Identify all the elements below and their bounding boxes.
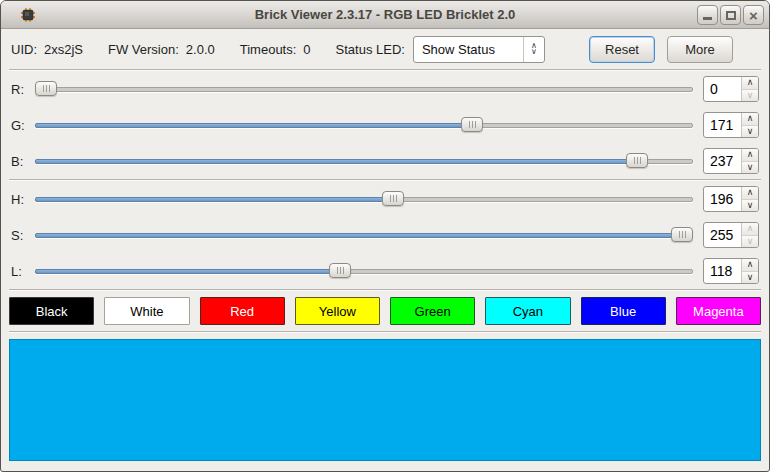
reset-button[interactable]: Reset [589, 36, 655, 63]
spin-down-icon[interactable]: ∨ [742, 272, 758, 284]
hsl-slider-group: H: 196 ∧ ∨ S: 255 [1, 181, 769, 289]
status-led-label: Status LED: [336, 42, 405, 57]
h-slider[interactable] [35, 190, 693, 208]
slider-fill [35, 123, 473, 128]
spin-up-icon[interactable]: ∧ [742, 149, 758, 162]
s-slider[interactable] [35, 226, 693, 244]
slider-grip-icon [337, 267, 344, 274]
slider-row: R: 0 ∧ ∨ [1, 71, 769, 107]
black-color-button[interactable]: Black [9, 297, 94, 325]
spin-up-icon[interactable]: ∧ [742, 113, 758, 126]
cyan-color-button[interactable]: Cyan [485, 297, 570, 325]
maximize-button[interactable] [720, 5, 741, 25]
spinbox-value: 196 [704, 187, 741, 211]
brick-chip-icon [19, 7, 37, 23]
spin-up-icon[interactable]: ∧ [742, 77, 758, 90]
white-color-button[interactable]: White [104, 297, 189, 325]
minimize-icon [703, 17, 712, 20]
slider-fill [35, 197, 394, 202]
l-spinbox[interactable]: 118 ∧ ∨ [703, 258, 759, 284]
slider-handle[interactable] [35, 81, 57, 96]
window-title: Brick Viewer 2.3.17 - RGB LED Bricklet 2… [1, 7, 769, 22]
minimize-button[interactable] [697, 5, 718, 25]
combobox-arrows-icon: ∧∨ [523, 37, 544, 62]
app-window: Brick Viewer 2.3.17 - RGB LED Bricklet 2… [0, 0, 770, 472]
spin-down-icon[interactable]: ∨ [742, 200, 758, 212]
s-spinbox[interactable]: 255 ∧ ∨ [703, 222, 759, 248]
spinbox-value: 255 [704, 223, 741, 247]
r-slider[interactable] [35, 80, 693, 98]
spinbox-value: 0 [704, 77, 741, 101]
slider-track[interactable] [35, 87, 693, 92]
spin-down-icon[interactable]: ∨ [742, 162, 758, 174]
spinbox-value: 171 [704, 113, 741, 137]
spin-up-icon[interactable]: ∧ [742, 187, 758, 200]
slider-handle[interactable] [671, 227, 693, 242]
spinbox-buttons: ∧ ∨ [741, 149, 758, 173]
spin-down-icon[interactable]: ∨ [742, 236, 758, 248]
preset-color-buttons: Black White Red Yellow Green Cyan Blue M… [1, 291, 769, 331]
spin-up-icon[interactable]: ∧ [742, 223, 758, 236]
spinbox-buttons: ∧ ∨ [741, 187, 758, 211]
spin-up-icon[interactable]: ∧ [742, 259, 758, 272]
slider-fill [35, 159, 638, 164]
color-preview [9, 339, 761, 461]
window-controls: × [697, 5, 764, 25]
more-button[interactable]: More [667, 36, 733, 63]
slider-track[interactable] [35, 233, 693, 238]
slider-grip-icon [469, 121, 476, 128]
b-slider[interactable] [35, 152, 693, 170]
separator [9, 331, 761, 333]
h-spinbox[interactable]: 196 ∧ ∨ [703, 186, 759, 212]
fw-version-label: FW Version: [108, 42, 179, 57]
g-slider[interactable] [35, 116, 693, 134]
uid-value: 2xs2jS [44, 42, 83, 57]
fw-version-value: 2.0.0 [186, 42, 215, 57]
slider-track[interactable] [35, 159, 693, 164]
yellow-color-button[interactable]: Yellow [295, 297, 380, 325]
spinbox-value: 118 [704, 259, 741, 283]
status-led-selected-value: Show Status [422, 42, 495, 57]
green-color-button[interactable]: Green [390, 297, 475, 325]
slider-fill [35, 269, 341, 274]
r-spinbox[interactable]: 0 ∧ ∨ [703, 76, 759, 102]
slider-label: R: [11, 82, 35, 97]
spin-down-icon[interactable]: ∨ [742, 90, 758, 102]
status-led-select[interactable]: Show Status ∧∨ [413, 36, 545, 63]
slider-track[interactable] [35, 123, 693, 128]
red-color-button[interactable]: Red [200, 297, 285, 325]
spinbox-buttons: ∧ ∨ [741, 223, 758, 247]
spinbox-value: 237 [704, 149, 741, 173]
close-button[interactable]: × [743, 5, 764, 25]
titlebar: Brick Viewer 2.3.17 - RGB LED Bricklet 2… [1, 1, 769, 29]
magenta-color-button[interactable]: Magenta [676, 297, 761, 325]
spin-down-icon[interactable]: ∨ [742, 126, 758, 138]
slider-handle[interactable] [329, 263, 351, 278]
spinbox-buttons: ∧ ∨ [741, 77, 758, 101]
slider-row: G: 171 ∧ ∨ [1, 107, 769, 143]
g-spinbox[interactable]: 171 ∧ ∨ [703, 112, 759, 138]
slider-row: S: 255 ∧ ∨ [1, 217, 769, 253]
timeouts-label: Timeouts: [240, 42, 297, 57]
l-slider[interactable] [35, 262, 693, 280]
slider-label: G: [11, 118, 35, 133]
uid-label: UID: [11, 42, 37, 57]
slider-grip-icon [43, 85, 50, 92]
close-icon: × [749, 8, 758, 23]
slider-label: L: [11, 264, 35, 279]
b-spinbox[interactable]: 237 ∧ ∨ [703, 148, 759, 174]
slider-handle[interactable] [382, 191, 404, 206]
slider-track[interactable] [35, 197, 693, 202]
slider-track[interactable] [35, 269, 693, 274]
slider-handle[interactable] [461, 117, 483, 132]
spinbox-buttons: ∧ ∨ [741, 113, 758, 137]
slider-row: B: 237 ∧ ∨ [1, 143, 769, 179]
slider-fill [35, 233, 683, 238]
slider-grip-icon [679, 231, 686, 238]
slider-row: H: 196 ∧ ∨ [1, 181, 769, 217]
blue-color-button[interactable]: Blue [581, 297, 666, 325]
maximize-icon [726, 11, 736, 20]
rgb-slider-group: R: 0 ∧ ∨ G: 171 [1, 71, 769, 179]
slider-label: S: [11, 228, 35, 243]
slider-handle[interactable] [626, 153, 648, 168]
